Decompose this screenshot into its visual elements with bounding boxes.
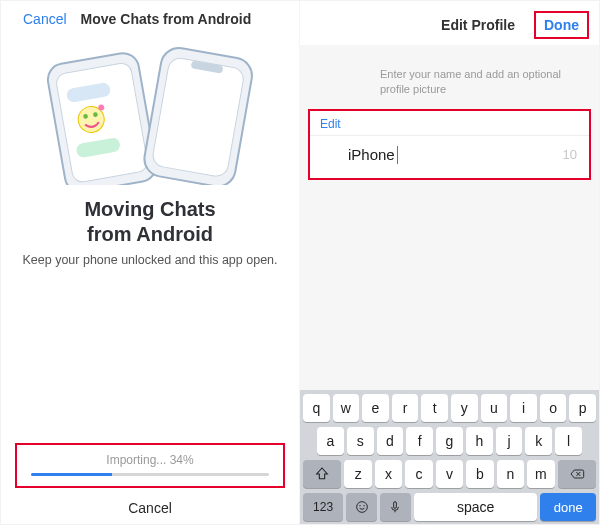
profile-hint: Enter your name and add an optional prof…: [300, 45, 599, 109]
right-header: Edit Profile Done: [300, 1, 599, 45]
name-input[interactable]: iPhone: [348, 146, 396, 163]
done-button[interactable]: Done: [544, 17, 579, 33]
key-x[interactable]: x: [375, 460, 402, 488]
shift-key[interactable]: [303, 460, 341, 488]
progress-bar: [31, 473, 269, 476]
key-t[interactable]: t: [421, 394, 448, 422]
key-o[interactable]: o: [540, 394, 567, 422]
headline: Moving Chats from Android: [1, 193, 299, 253]
backspace-key[interactable]: [558, 460, 596, 488]
shift-icon: [314, 466, 330, 482]
ios-keyboard: qwertyuiop asdfghjkl zxcvbnm 123: [300, 390, 599, 524]
phones-illustration: [35, 45, 265, 185]
name-edit-highlight: Edit iPhone 10: [308, 109, 591, 180]
key-e[interactable]: e: [362, 394, 389, 422]
key-b[interactable]: b: [466, 460, 493, 488]
keyboard-row-4: 123 space done: [303, 493, 596, 521]
svg-rect-14: [394, 502, 397, 509]
key-l[interactable]: l: [555, 427, 582, 455]
edit-profile-pane: Edit Profile Done Enter your name and ad…: [300, 1, 599, 524]
svg-point-11: [356, 502, 367, 513]
key-j[interactable]: j: [496, 427, 523, 455]
key-s[interactable]: s: [347, 427, 374, 455]
left-header: Cancel Move Chats from Android: [1, 11, 299, 33]
keyboard-row-1: qwertyuiop: [303, 394, 596, 422]
emoji-key[interactable]: [346, 493, 377, 521]
done-highlight: Done: [534, 11, 589, 39]
keyboard-done-key[interactable]: done: [540, 493, 596, 521]
key-f[interactable]: f: [406, 427, 433, 455]
key-p[interactable]: p: [569, 394, 596, 422]
key-c[interactable]: c: [405, 460, 432, 488]
right-title: Edit Profile: [422, 17, 534, 33]
key-w[interactable]: w: [333, 394, 360, 422]
key-u[interactable]: u: [481, 394, 508, 422]
text-caret: [397, 146, 398, 164]
key-h[interactable]: h: [466, 427, 493, 455]
char-remaining: 10: [563, 147, 577, 162]
key-r[interactable]: r: [392, 394, 419, 422]
backspace-icon: [569, 466, 585, 482]
mic-key[interactable]: [380, 493, 411, 521]
key-q[interactable]: q: [303, 394, 330, 422]
svg-point-13: [363, 505, 364, 506]
key-m[interactable]: m: [527, 460, 554, 488]
key-g[interactable]: g: [436, 427, 463, 455]
key-a[interactable]: a: [317, 427, 344, 455]
keyboard-row-3: zxcvbnm: [303, 460, 596, 488]
progress-block: Importing... 34%: [15, 443, 285, 488]
illustration: [1, 33, 299, 193]
edit-label[interactable]: Edit: [310, 111, 589, 135]
app-frame: Cancel Move Chats from Android: [0, 0, 600, 525]
progress-label: Importing... 34%: [25, 453, 275, 467]
svg-point-12: [359, 505, 360, 506]
key-k[interactable]: k: [525, 427, 552, 455]
cancel-button-bottom[interactable]: Cancel: [1, 496, 299, 516]
progress-fill: [31, 473, 112, 476]
space-key[interactable]: space: [414, 493, 538, 521]
key-i[interactable]: i: [510, 394, 537, 422]
left-title: Move Chats from Android: [81, 11, 252, 27]
name-input-row[interactable]: iPhone 10: [310, 135, 589, 178]
emoji-icon: [354, 499, 370, 515]
key-z[interactable]: z: [344, 460, 371, 488]
key-d[interactable]: d: [377, 427, 404, 455]
key-v[interactable]: v: [436, 460, 463, 488]
move-chats-pane: Cancel Move Chats from Android: [1, 1, 300, 524]
mic-icon: [387, 499, 403, 515]
cancel-link-top[interactable]: Cancel: [23, 11, 67, 27]
keyboard-row-2: asdfghjkl: [303, 427, 596, 455]
subline: Keep your phone unlocked and this app op…: [1, 253, 299, 277]
key-n[interactable]: n: [497, 460, 524, 488]
key-y[interactable]: y: [451, 394, 478, 422]
numbers-key[interactable]: 123: [303, 493, 343, 521]
